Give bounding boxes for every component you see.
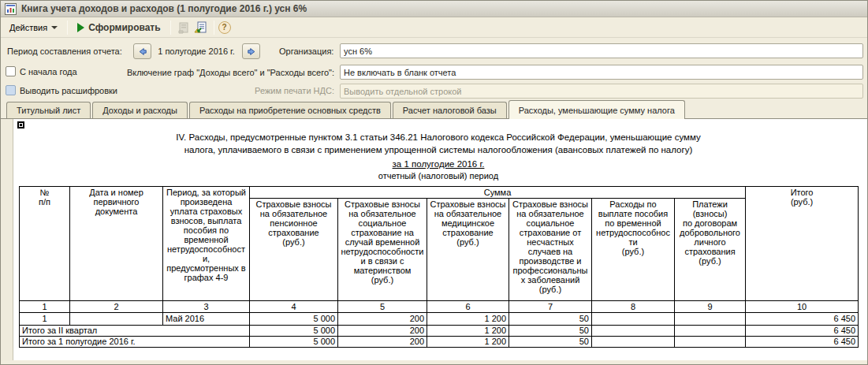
total-cell: 50	[509, 326, 592, 337]
tab-fixed-assets-expenses[interactable]: Расходы на приобретение основных средств	[189, 102, 391, 118]
next-period-button[interactable]	[242, 43, 260, 59]
header-cell-sum: Сумма	[250, 187, 746, 199]
generate-report-button[interactable]: Сформировать	[72, 20, 166, 35]
total-cell	[675, 337, 746, 348]
col-number-cell: 2	[70, 301, 163, 313]
data-cell: 6 450	[746, 313, 859, 326]
total-cell: 50	[509, 337, 592, 348]
total-label-cell: Итого за 1 полугодие 2016 г.	[20, 337, 250, 348]
header-cell-medical: Страховые взносы на обязательное медицин…	[427, 199, 509, 301]
organization-field[interactable]	[340, 43, 863, 58]
total-halfyear-row: Итого за 1 полугодие 2016 г. 5 000 200 1…	[20, 337, 859, 348]
total-cell: 1 200	[427, 337, 509, 348]
vat-mode-row: Выводить расшифровки Режим печати НДС:	[1, 84, 867, 99]
help-glyph: ?	[222, 23, 227, 32]
tab-income-expenses[interactable]: Доходы и расходы	[92, 102, 188, 118]
save-settings-icon[interactable]	[176, 20, 192, 35]
header-cell-accidents: Страховые взносы на обязательное социаль…	[509, 199, 592, 301]
spreadsheet: IV. Расходы, предусмотренные пунктом 3.1…	[13, 119, 867, 360]
col-number-cell: 10	[746, 301, 859, 313]
data-cell	[592, 313, 675, 326]
col-number-cell: 5	[338, 301, 427, 313]
group-margin	[1, 119, 13, 360]
actions-menu-label: Действия	[9, 23, 47, 32]
help-icon[interactable]: ?	[218, 21, 231, 34]
total-cell: 6 450	[746, 337, 859, 348]
report-window: Книга учета доходов и расходов (1 полуго…	[0, 0, 868, 365]
total-cell	[592, 337, 675, 348]
header-row-top: № п/п Дата и номер первичного документа …	[20, 187, 859, 199]
report-area: IV. Расходы, предусмотренные пунктом 3.1…	[1, 119, 867, 360]
total-cell: 200	[338, 326, 427, 337]
toolbar-separator	[214, 20, 214, 35]
data-cell: Май 2016	[163, 313, 250, 326]
col-number-cell: 4	[250, 301, 338, 313]
chevron-down-icon	[51, 26, 58, 29]
arrow-left-icon	[137, 47, 148, 57]
header-cell-number: № п/п	[20, 187, 70, 301]
col-number-cell: 9	[675, 301, 746, 313]
actions-menu-button[interactable]: Действия	[4, 20, 63, 35]
include-columns-label: Включение граф "Доходы всего" и "Расходы…	[127, 68, 334, 77]
report-period-caption: отчетный (налоговый) период	[19, 170, 858, 181]
total-cell: 6 450	[746, 326, 859, 337]
title-bar: Книга учета доходов и расходов (1 полуго…	[1, 1, 867, 17]
period-label: Период составления отчета:	[7, 47, 122, 56]
period-row: Период составления отчета: 1 полугодие 2…	[1, 43, 867, 61]
toolbar-separator	[170, 20, 171, 35]
report-title-line1: IV. Расходы, предусмотренные пунктом 3.1…	[19, 131, 858, 143]
header-cell-document: Дата и номер первичного документа	[70, 187, 163, 301]
report-heading: IV. Расходы, предусмотренные пунктом 3.1…	[19, 131, 858, 181]
restore-settings-icon[interactable]	[193, 20, 209, 35]
total-cell	[675, 326, 746, 337]
header-cell-social: Страховые взносы на обязательное социаль…	[338, 199, 427, 301]
total-cell: 5 000	[250, 337, 338, 348]
col-number-cell: 6	[427, 301, 509, 313]
header-cell-period: Период, за который произведена уплата ст…	[163, 187, 250, 301]
organization-label: Организация:	[279, 47, 333, 56]
from-year-checkbox[interactable]	[6, 66, 16, 76]
group-collapse-marker[interactable]	[17, 121, 24, 128]
tab-tax-base-calc[interactable]: Расчет налоговой базы	[393, 102, 507, 118]
total-cell	[592, 326, 675, 337]
period-value: 1 полугодие 2016 г.	[153, 47, 240, 56]
data-cell: 1	[20, 313, 70, 326]
include-columns-row: С начала года Включение граф "Доходы все…	[1, 65, 867, 80]
col-number-cell: 7	[509, 301, 592, 313]
col-number-cell: 3	[163, 301, 250, 313]
col-number-cell: 8	[592, 301, 675, 313]
header-cell-disability-benefit: Расходы по выплате пособия по временной …	[592, 199, 675, 301]
arrow-right-icon	[246, 47, 257, 57]
data-cell	[70, 313, 163, 326]
tab-tax-reducing-expenses[interactable]: Расходы, уменьшающие сумму налога	[509, 100, 685, 119]
details-checkbox[interactable]	[6, 85, 16, 95]
data-row: 1 Май 2016 5 000 200 1 200 50 6 450	[20, 313, 859, 326]
report-title-line2: налога, уплачиваемого в связи с применен…	[19, 143, 858, 156]
previous-period-button[interactable]	[133, 43, 151, 59]
column-numbers-row: 1 2 3 4 5 6 7 8 9 10	[20, 301, 859, 313]
data-cell: 200	[338, 313, 427, 326]
header-cell-voluntary-insurance: Платежи (взносы) по договорам добровольн…	[675, 199, 746, 301]
data-cell: 1 200	[427, 313, 509, 326]
play-icon	[77, 23, 84, 32]
toolbar: Действия Сформировать	[1, 17, 867, 38]
toolbar-separator	[67, 20, 68, 35]
report-table: № п/п Дата и номер первичного документа …	[19, 186, 859, 348]
header-cell-total: Итого (руб.)	[746, 187, 859, 301]
total-cell: 200	[338, 337, 427, 348]
data-cell	[675, 313, 746, 326]
col-number-cell: 1	[20, 301, 70, 313]
tab-title-page[interactable]: Титульный лист	[6, 102, 91, 118]
include-columns-field[interactable]	[340, 65, 863, 80]
data-cell: 5 000	[250, 313, 338, 326]
header-cell-pension: Страховые взносы на обязательное пенсион…	[250, 199, 338, 301]
from-year-label: С начала года	[20, 67, 77, 76]
report-parameters: Период составления отчета: 1 полугодие 2…	[1, 38, 867, 99]
window-title: Книга учета доходов и расходов (1 полуго…	[21, 3, 307, 14]
report-chart-icon	[5, 3, 17, 15]
details-label: Выводить расшифровки	[20, 86, 117, 95]
total-quarter-row: Итого за II квартал 5 000 200 1 200 50 6…	[20, 326, 859, 337]
total-cell: 1 200	[427, 326, 509, 337]
total-cell: 5 000	[250, 326, 338, 337]
data-cell: 50	[509, 313, 592, 326]
